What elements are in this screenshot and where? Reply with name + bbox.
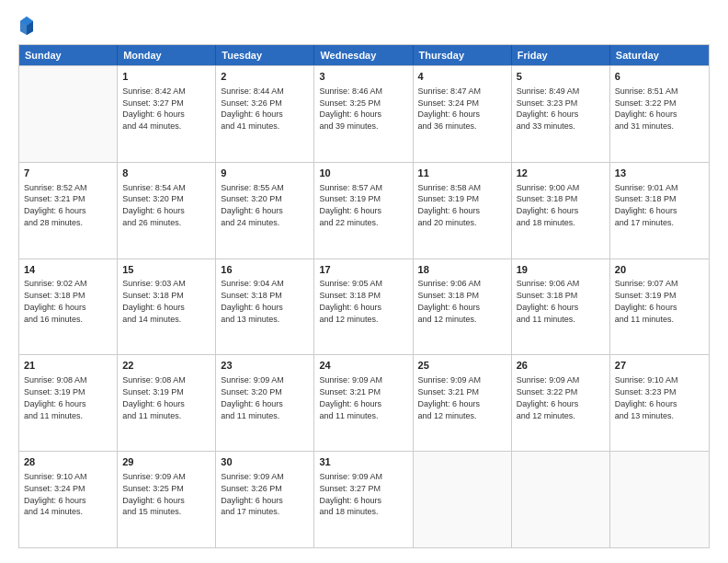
calendar-body: 1Sunrise: 8:42 AM Sunset: 3:27 PM Daylig…: [19, 65, 709, 547]
day-info: Sunrise: 8:46 AM Sunset: 3:25 PM Dayligh…: [319, 86, 382, 131]
calendar-cell: [414, 452, 512, 547]
day-info: Sunrise: 8:49 AM Sunset: 3:23 PM Dayligh…: [517, 86, 580, 131]
day-number: 28: [24, 455, 112, 469]
day-info: Sunrise: 9:10 AM Sunset: 3:24 PM Dayligh…: [24, 472, 87, 516]
day-info: Sunrise: 9:10 AM Sunset: 3:23 PM Dayligh…: [615, 375, 678, 419]
day-info: Sunrise: 9:09 AM Sunset: 3:27 PM Dayligh…: [319, 472, 382, 516]
day-number: 4: [418, 70, 506, 84]
day-info: Sunrise: 9:09 AM Sunset: 3:26 PM Dayligh…: [221, 472, 284, 516]
day-info: Sunrise: 9:09 AM Sunset: 3:25 PM Dayligh…: [122, 472, 186, 516]
day-number: 26: [517, 359, 605, 373]
calendar-cell: 13Sunrise: 9:01 AM Sunset: 3:18 PM Dayli…: [610, 163, 709, 259]
day-number: 22: [122, 359, 210, 373]
day-number: 15: [122, 263, 210, 277]
day-info: Sunrise: 8:55 AM Sunset: 3:20 PM Dayligh…: [221, 183, 284, 227]
calendar-cell: 21Sunrise: 9:08 AM Sunset: 3:19 PM Dayli…: [19, 355, 118, 451]
calendar-cell: 8Sunrise: 8:54 AM Sunset: 3:20 PM Daylig…: [118, 163, 216, 259]
calendar-header-cell: Tuesday: [216, 45, 314, 65]
calendar-row: 14Sunrise: 9:02 AM Sunset: 3:18 PM Dayli…: [19, 259, 709, 355]
logo-icon: [18, 15, 35, 35]
day-info: Sunrise: 9:09 AM Sunset: 3:20 PM Dayligh…: [221, 375, 284, 419]
day-number: 7: [24, 167, 112, 180]
calendar-header-cell: Saturday: [610, 45, 709, 65]
calendar-cell: 28Sunrise: 9:10 AM Sunset: 3:24 PM Dayli…: [19, 452, 118, 547]
day-info: Sunrise: 8:52 AM Sunset: 3:21 PM Dayligh…: [24, 183, 87, 227]
calendar-row: 1Sunrise: 8:42 AM Sunset: 3:27 PM Daylig…: [19, 65, 709, 162]
day-number: 18: [418, 263, 506, 277]
day-number: 16: [221, 263, 309, 277]
day-number: 25: [418, 359, 506, 373]
day-info: Sunrise: 9:01 AM Sunset: 3:18 PM Dayligh…: [615, 183, 678, 227]
day-number: 31: [319, 455, 407, 469]
page: SundayMondayTuesdayWednesdayThursdayFrid…: [0, 0, 728, 563]
day-number: 2: [221, 70, 309, 84]
day-info: Sunrise: 9:03 AM Sunset: 3:18 PM Dayligh…: [122, 279, 186, 323]
calendar-header: SundayMondayTuesdayWednesdayThursdayFrid…: [19, 45, 709, 65]
day-number: 30: [221, 455, 309, 469]
day-number: 8: [122, 167, 210, 180]
day-number: 20: [615, 263, 704, 277]
day-number: 17: [319, 263, 407, 277]
calendar-cell: 30Sunrise: 9:09 AM Sunset: 3:26 PM Dayli…: [216, 452, 314, 547]
day-number: 5: [517, 70, 605, 84]
day-number: 6: [615, 70, 704, 84]
day-info: Sunrise: 9:08 AM Sunset: 3:19 PM Dayligh…: [24, 375, 87, 419]
calendar-cell: 2Sunrise: 8:44 AM Sunset: 3:26 PM Daylig…: [216, 66, 314, 162]
day-number: 13: [615, 167, 704, 180]
calendar-row: 28Sunrise: 9:10 AM Sunset: 3:24 PM Dayli…: [19, 451, 709, 547]
calendar-cell: 12Sunrise: 9:00 AM Sunset: 3:18 PM Dayli…: [512, 163, 610, 259]
day-info: Sunrise: 8:57 AM Sunset: 3:19 PM Dayligh…: [319, 183, 382, 227]
day-info: Sunrise: 9:00 AM Sunset: 3:18 PM Dayligh…: [517, 183, 580, 227]
calendar-cell: 25Sunrise: 9:09 AM Sunset: 3:21 PM Dayli…: [414, 355, 512, 451]
calendar-cell: 26Sunrise: 9:09 AM Sunset: 3:22 PM Dayli…: [512, 355, 610, 451]
day-info: Sunrise: 9:06 AM Sunset: 3:18 PM Dayligh…: [418, 279, 482, 323]
day-info: Sunrise: 8:58 AM Sunset: 3:19 PM Dayligh…: [418, 183, 482, 227]
calendar-cell: [512, 452, 610, 547]
day-info: Sunrise: 8:51 AM Sunset: 3:22 PM Dayligh…: [615, 86, 678, 131]
day-info: Sunrise: 9:09 AM Sunset: 3:22 PM Dayligh…: [517, 375, 580, 419]
calendar-cell: 24Sunrise: 9:09 AM Sunset: 3:21 PM Dayli…: [314, 355, 413, 451]
calendar-row: 7Sunrise: 8:52 AM Sunset: 3:21 PM Daylig…: [19, 162, 709, 259]
day-number: 9: [221, 167, 309, 180]
day-info: Sunrise: 8:44 AM Sunset: 3:26 PM Dayligh…: [221, 86, 284, 131]
day-number: 12: [517, 167, 605, 180]
calendar-header-cell: Sunday: [19, 45, 118, 65]
calendar-cell: 31Sunrise: 9:09 AM Sunset: 3:27 PM Dayli…: [314, 452, 413, 547]
day-info: Sunrise: 9:06 AM Sunset: 3:18 PM Dayligh…: [517, 279, 580, 323]
calendar-cell: 1Sunrise: 8:42 AM Sunset: 3:27 PM Daylig…: [118, 66, 216, 162]
day-info: Sunrise: 9:07 AM Sunset: 3:19 PM Dayligh…: [615, 279, 678, 323]
day-number: 3: [319, 70, 407, 84]
calendar-cell: 29Sunrise: 9:09 AM Sunset: 3:25 PM Dayli…: [118, 452, 216, 547]
day-number: 23: [221, 359, 309, 373]
calendar: SundayMondayTuesdayWednesdayThursdayFrid…: [18, 44, 710, 548]
calendar-cell: 23Sunrise: 9:09 AM Sunset: 3:20 PM Dayli…: [216, 355, 314, 451]
day-number: 21: [24, 359, 112, 373]
calendar-header-cell: Monday: [118, 45, 216, 65]
calendar-cell: 11Sunrise: 8:58 AM Sunset: 3:19 PM Dayli…: [414, 163, 512, 259]
logo: [18, 15, 39, 35]
day-info: Sunrise: 9:05 AM Sunset: 3:18 PM Dayligh…: [319, 279, 382, 323]
calendar-header-cell: Friday: [512, 45, 610, 65]
calendar-cell: 18Sunrise: 9:06 AM Sunset: 3:18 PM Dayli…: [414, 259, 512, 355]
day-info: Sunrise: 8:54 AM Sunset: 3:20 PM Dayligh…: [122, 183, 186, 227]
calendar-cell: 4Sunrise: 8:47 AM Sunset: 3:24 PM Daylig…: [414, 66, 512, 162]
calendar-cell: [610, 452, 709, 547]
calendar-header-cell: Thursday: [414, 45, 512, 65]
day-number: 29: [122, 455, 210, 469]
day-info: Sunrise: 8:47 AM Sunset: 3:24 PM Dayligh…: [418, 86, 482, 131]
day-info: Sunrise: 9:04 AM Sunset: 3:18 PM Dayligh…: [221, 279, 284, 323]
day-info: Sunrise: 9:09 AM Sunset: 3:21 PM Dayligh…: [418, 375, 482, 419]
calendar-cell: 7Sunrise: 8:52 AM Sunset: 3:21 PM Daylig…: [19, 163, 118, 259]
calendar-row: 21Sunrise: 9:08 AM Sunset: 3:19 PM Dayli…: [19, 354, 709, 451]
day-number: 27: [615, 359, 704, 373]
day-number: 10: [319, 167, 407, 180]
calendar-cell: 10Sunrise: 8:57 AM Sunset: 3:19 PM Dayli…: [314, 163, 413, 259]
day-number: 19: [517, 263, 605, 277]
calendar-cell: 16Sunrise: 9:04 AM Sunset: 3:18 PM Dayli…: [216, 259, 314, 355]
day-info: Sunrise: 9:09 AM Sunset: 3:21 PM Dayligh…: [319, 375, 382, 419]
calendar-cell: 27Sunrise: 9:10 AM Sunset: 3:23 PM Dayli…: [610, 355, 709, 451]
day-number: 14: [24, 263, 112, 277]
day-number: 1: [122, 70, 210, 84]
day-info: Sunrise: 8:42 AM Sunset: 3:27 PM Dayligh…: [122, 86, 186, 131]
day-info: Sunrise: 9:08 AM Sunset: 3:19 PM Dayligh…: [122, 375, 186, 419]
